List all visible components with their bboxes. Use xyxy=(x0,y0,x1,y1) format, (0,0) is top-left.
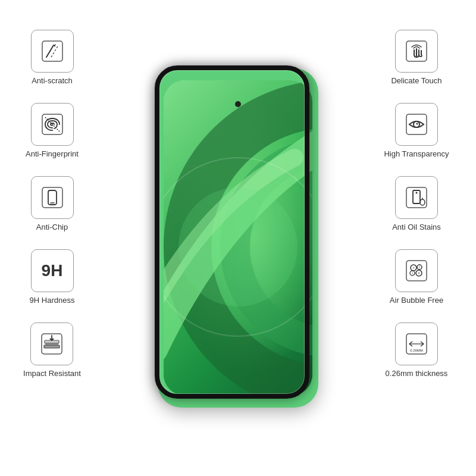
left-features: Anti-scratch Anti-Fingerprint xyxy=(6,30,98,378)
thickness-icon: 0.26MM xyxy=(405,332,428,356)
9h-hardness-label: 9H Hardness xyxy=(30,296,75,306)
feature-thickness: 0.26MM 0.26mm thickness xyxy=(386,322,448,379)
feature-anti-chip: Anti-Chip xyxy=(31,176,74,233)
phone-container xyxy=(152,62,324,414)
impact-resistant-label: Impact Resistant xyxy=(23,369,81,379)
high-transparency-label: High Transparency xyxy=(384,149,449,159)
svg-point-26 xyxy=(420,199,425,205)
oilstain-icon xyxy=(405,186,428,209)
thickness-icon-box: 0.26MM xyxy=(395,322,438,365)
svg-point-33 xyxy=(419,266,420,267)
eye-icon xyxy=(405,112,428,136)
svg-point-25 xyxy=(416,192,418,193)
main-container: Anti-scratch Anti-Fingerprint xyxy=(0,0,476,476)
high-transparency-icon-box xyxy=(395,103,438,146)
anti-scratch-label: Anti-scratch xyxy=(32,76,73,86)
svg-point-32 xyxy=(412,267,414,268)
svg-line-1 xyxy=(46,45,54,57)
impact-icon xyxy=(40,332,64,356)
feature-9h-hardness: 9H 9H Hardness xyxy=(30,249,75,306)
anti-oil-icon-box xyxy=(395,176,438,219)
svg-text:0.26MM: 0.26MM xyxy=(410,349,423,352)
svg-point-35 xyxy=(418,272,420,274)
feature-anti-oil: Anti Oil Stains xyxy=(392,176,441,233)
bubble-icon xyxy=(405,259,428,283)
svg-rect-13 xyxy=(44,345,60,348)
feature-air-bubble: Air Bubble Free xyxy=(390,249,443,306)
svg-marker-3 xyxy=(54,44,56,47)
delicate-touch-icon-box xyxy=(395,30,438,73)
impact-icon-box xyxy=(30,322,73,365)
air-bubble-label: Air Bubble Free xyxy=(390,296,443,306)
svg-point-22 xyxy=(416,123,418,124)
right-features: Delicate Touch High Transparency xyxy=(363,30,470,378)
anti-oil-label: Anti Oil Stains xyxy=(392,223,441,233)
delicate-touch-label: Delicate Touch xyxy=(391,76,441,86)
feature-anti-fingerprint: Anti-Fingerprint xyxy=(26,103,79,159)
thickness-label: 0.26mm thickness xyxy=(386,369,448,379)
feature-delicate-touch: Delicate Touch xyxy=(391,30,441,86)
anti-scratch-icon-box xyxy=(31,30,74,73)
fingerprint-icon xyxy=(40,112,64,136)
anti-fingerprint-icon-box xyxy=(31,103,74,146)
anti-chip-label: Anti-Chip xyxy=(36,223,68,233)
feature-high-transparency: High Transparency xyxy=(384,103,449,159)
air-bubble-icon-box xyxy=(395,249,438,292)
9h-icon: 9H xyxy=(42,262,63,279)
feature-impact-resistant: Impact Resistant xyxy=(23,322,81,379)
svg-point-34 xyxy=(412,272,413,273)
9h-icon-box: 9H xyxy=(31,249,74,292)
anti-fingerprint-label: Anti-Fingerprint xyxy=(26,149,79,159)
touch-icon xyxy=(405,39,428,63)
chip-icon xyxy=(40,186,64,209)
scratch-icon xyxy=(40,39,64,63)
glass-overlay xyxy=(155,65,309,399)
svg-rect-0 xyxy=(42,41,62,61)
feature-anti-scratch: Anti-scratch xyxy=(31,30,74,86)
anti-chip-icon-box xyxy=(31,176,74,219)
